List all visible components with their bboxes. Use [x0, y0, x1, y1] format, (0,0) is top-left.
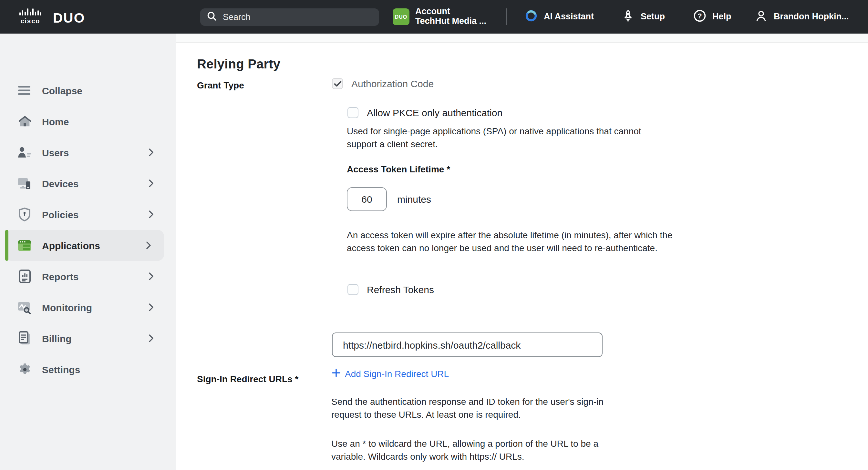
refresh-tokens-row: Refresh Tokens	[347, 284, 434, 295]
refresh-tokens-label: Refresh Tokens	[367, 284, 434, 295]
plus-icon	[332, 368, 340, 380]
devices-icon	[18, 177, 32, 190]
sidebar-nav: Collapse Home Users	[0, 34, 176, 470]
user-menu[interactable]: Brandon Hopkin...	[754, 0, 849, 34]
access-token-lifetime-input[interactable]	[347, 187, 387, 211]
main-content: Relying Party Grant Type Authorization C…	[176, 34, 868, 470]
search-bar[interactable]	[200, 8, 379, 26]
redirect-urls-label: Sign-In Redirect URLs *	[197, 374, 299, 384]
monitoring-icon	[18, 301, 32, 314]
chevron-right-icon	[149, 303, 154, 312]
help-button[interactable]: ? Help	[693, 0, 732, 34]
redirect-urls-help-1: Send the authentication response and ID …	[331, 395, 623, 421]
rocket-icon	[621, 9, 635, 25]
access-token-lifetime-unit: minutes	[397, 194, 431, 205]
chevron-right-icon	[149, 334, 154, 343]
sidebar-item-collapse[interactable]: Collapse	[0, 75, 176, 106]
authorization-code-row: Authorization Code	[332, 78, 434, 89]
search-input[interactable]	[223, 12, 373, 22]
user-icon	[754, 9, 768, 25]
pkce-label: Allow PKCE only authentication	[367, 107, 502, 118]
applications-icon	[18, 239, 32, 251]
access-token-lifetime-help: An access token will expire after the ab…	[347, 228, 675, 254]
header-divider	[506, 8, 507, 25]
add-redirect-url-label: Add Sign-In Redirect URL	[345, 369, 449, 379]
sidebar-item-monitoring[interactable]: Monitoring	[0, 292, 176, 323]
authorization-code-checkbox[interactable]	[332, 78, 343, 89]
hamburger-icon	[18, 85, 32, 96]
cisco-logo-icon: cisco	[17, 8, 44, 28]
top-bar: cisco DUO DUO Account TechHut Media ...	[0, 0, 868, 34]
users-icon	[18, 146, 32, 158]
sidebar-item-users[interactable]: Users	[0, 137, 176, 168]
grant-type-label: Grant Type	[197, 80, 244, 90]
pkce-row: Allow PKCE only authentication	[347, 107, 502, 118]
sidebar-item-settings[interactable]: Settings	[0, 354, 176, 385]
account-badge-icon: DUO	[393, 8, 409, 25]
chevron-right-icon	[149, 272, 154, 281]
active-indicator	[5, 230, 8, 261]
redirect-url-input[interactable]	[332, 333, 602, 357]
access-token-lifetime-row: minutes	[347, 187, 431, 211]
app-window: cisco DUO DUO Account TechHut Media ...	[0, 0, 868, 470]
search-icon	[207, 11, 217, 24]
ai-assistant-icon	[524, 9, 538, 25]
setup-button[interactable]: Setup	[621, 0, 665, 34]
sidebar-item-reports[interactable]: Reports	[0, 261, 176, 292]
authorization-code-label: Authorization Code	[351, 78, 434, 89]
access-token-lifetime-label: Access Token Lifetime *	[347, 164, 450, 174]
reports-icon	[18, 269, 32, 283]
help-icon: ?	[693, 9, 707, 25]
page-title: Relying Party	[197, 57, 280, 72]
sidebar-item-home[interactable]: Home	[0, 106, 176, 137]
chevron-right-icon	[149, 179, 154, 188]
content-top-divider	[176, 34, 868, 42]
chevron-right-icon	[146, 241, 151, 250]
redirect-urls-help-2: Use an * to wildcard the URL, allowing a…	[331, 437, 623, 463]
account-switcher[interactable]: DUO Account TechHut Media ...	[393, 0, 486, 34]
sidebar-item-applications[interactable]: Applications	[5, 230, 164, 261]
sidebar-item-policies[interactable]: Policies	[0, 199, 176, 230]
home-icon	[18, 115, 32, 128]
sidebar-item-devices[interactable]: Devices	[0, 168, 176, 199]
account-label: Account TechHut Media ...	[415, 7, 486, 26]
pkce-help-text: Used for single-page applications (SPA) …	[347, 125, 671, 150]
add-redirect-url-button[interactable]: Add Sign-In Redirect URL	[332, 368, 449, 380]
brand-logos[interactable]: cisco DUO	[17, 8, 85, 28]
gear-icon	[18, 363, 32, 376]
pkce-checkbox[interactable]	[347, 107, 359, 118]
chevron-right-icon	[149, 210, 154, 219]
svg-text:cisco: cisco	[20, 18, 40, 25]
ai-assistant-button[interactable]: AI Assistant	[524, 0, 594, 34]
svg-text:?: ?	[698, 11, 702, 20]
sidebar-item-billing[interactable]: Billing	[0, 323, 176, 354]
shield-icon	[18, 207, 32, 221]
duo-logo: DUO	[53, 11, 85, 25]
chevron-right-icon	[149, 148, 154, 157]
refresh-tokens-checkbox[interactable]	[347, 284, 359, 295]
billing-icon	[18, 331, 32, 345]
